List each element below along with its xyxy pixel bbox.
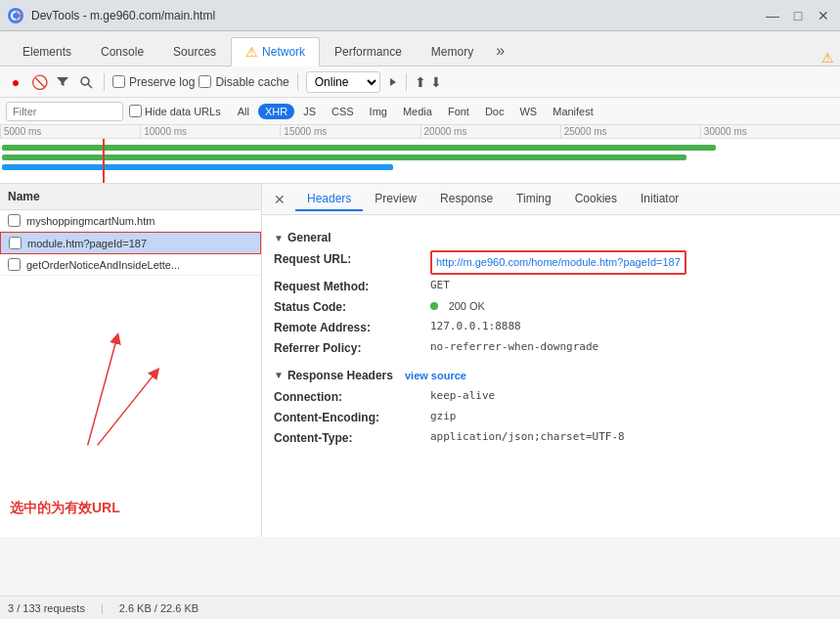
filter-js[interactable]: JS <box>296 104 323 119</box>
transfer-size: 2.6 KB / 22.6 KB <box>119 602 199 614</box>
detail-content: ▼ General Request URL: http://m.ge960.co… <box>262 215 840 458</box>
remote-address-value: 127.0.0.1:8888 <box>430 319 521 336</box>
secondary-toolbar: ● 🚫 Preserve log Disable cache Online Fa… <box>0 66 840 98</box>
tab-memory[interactable]: Memory <box>417 36 488 66</box>
filter-media[interactable]: Media <box>396 104 439 119</box>
status-code-key: Status Code: <box>274 298 430 316</box>
connection-row: Connection: keep-alive <box>274 388 828 406</box>
connection-key: Connection: <box>274 388 430 406</box>
detail-tab-timing[interactable]: Timing <box>505 188 563 211</box>
detail-tab-headers[interactable]: Headers <box>295 188 363 211</box>
main-content: Name myshoppingmcartNum.htm module.htm?p… <box>0 184 840 537</box>
content-type-row: Content-Type: application/json;charset=U… <box>274 429 828 447</box>
status-bar: 3 / 133 requests | 2.6 KB / 22.6 KB <box>0 596 840 619</box>
detail-tabs: ✕ Headers Preview Response Timing Cookie… <box>262 184 840 215</box>
detail-tab-cookies[interactable]: Cookies <box>563 188 629 211</box>
close-button[interactable]: ✕ <box>815 7 832 24</box>
filter-doc[interactable]: Doc <box>478 104 511 119</box>
request-checkbox-1[interactable] <box>8 214 21 227</box>
tab-elements[interactable]: Elements <box>8 36 86 66</box>
request-url-row: Request URL: http://m.ge960.com/home/mod… <box>274 250 828 275</box>
requests-count: 3 / 133 requests <box>8 602 85 614</box>
request-row-3[interactable]: getOrderNoticeAndInsideLette... <box>0 254 261 276</box>
svg-line-7 <box>98 373 156 446</box>
referrer-policy-value: no-referrer-when-downgrade <box>430 339 598 357</box>
filter-font[interactable]: Font <box>441 104 476 119</box>
window-title: DevTools - m.ge960.com/main.html <box>31 9 756 22</box>
response-collapse-triangle[interactable]: ▼ <box>274 370 284 380</box>
timeline-bar-2 <box>2 155 686 160</box>
tab-sources[interactable]: Sources <box>158 36 231 66</box>
export-button[interactable]: ⬇ <box>430 74 442 90</box>
maximize-button[interactable]: □ <box>789 7 807 24</box>
annotation-arrow <box>0 276 261 537</box>
throttle-icon <box>388 77 398 87</box>
filter-img[interactable]: Img <box>363 104 394 119</box>
global-warning-icon: ⚠ <box>821 50 834 66</box>
separator-3 <box>406 73 407 91</box>
filter-css[interactable]: CSS <box>325 104 361 119</box>
preserve-log-checkbox[interactable]: Preserve log <box>112 75 195 89</box>
filter-input[interactable] <box>6 102 123 121</box>
request-url-key: Request URL: <box>274 250 430 275</box>
request-checkbox-3[interactable] <box>8 258 21 271</box>
filter-toggle-button[interactable] <box>53 72 72 92</box>
view-source-link[interactable]: view source <box>405 370 466 381</box>
request-method-value: GET <box>430 278 450 295</box>
response-headers-section-title: ▼ Response Headers view source <box>274 369 828 382</box>
referrer-policy-row: Referrer Policy: no-referrer-when-downgr… <box>274 339 828 357</box>
minimize-button[interactable]: — <box>764 7 781 24</box>
connection-value: keep-alive <box>430 388 495 406</box>
throttle-select[interactable]: Online Fast 3G Slow 3G Offline <box>306 71 380 93</box>
annotation-area: 选中的为有效URL <box>0 276 261 537</box>
detail-tab-response[interactable]: Response <box>428 188 505 211</box>
hide-data-urls-checkbox[interactable]: Hide data URLs <box>129 105 221 117</box>
filter-ws[interactable]: WS <box>512 104 544 119</box>
status-code-row: Status Code: 200 OK <box>274 298 828 316</box>
detail-tab-preview[interactable]: Preview <box>363 188 428 211</box>
clear-button[interactable]: 🚫 <box>29 72 49 92</box>
content-encoding-value: gzip <box>430 409 457 426</box>
request-row-2[interactable]: module.htm?pageId=187 <box>0 232 261 254</box>
content-type-key: Content-Type: <box>274 429 430 447</box>
ruler-mark-5: 25000 ms <box>560 125 700 138</box>
tab-network[interactable]: ⚠ Network <box>231 37 320 66</box>
more-tabs-button[interactable]: » <box>488 36 512 66</box>
filter-all[interactable]: All <box>231 104 256 119</box>
filter-manifest[interactable]: Manifest <box>546 104 600 119</box>
tab-performance[interactable]: Performance <box>320 36 417 66</box>
svg-marker-5 <box>390 78 396 86</box>
timeline-ruler: 5000 ms 10000 ms 15000 ms 20000 ms 25000… <box>0 125 840 139</box>
ruler-mark-2: 10000 ms <box>140 125 280 138</box>
titlebar: DevTools - m.ge960.com/main.html — □ ✕ <box>0 0 840 31</box>
content-encoding-key: Content-Encoding: <box>274 409 430 426</box>
filter-xhr[interactable]: XHR <box>258 104 294 119</box>
timeline-marker <box>103 139 105 184</box>
svg-point-2 <box>13 13 19 19</box>
detail-tab-initiator[interactable]: Initiator <box>629 188 690 211</box>
ruler-mark-3: 15000 ms <box>280 125 420 138</box>
filter-types: All XHR JS CSS Img Media Font Doc WS Man… <box>231 104 600 119</box>
name-column-header: Name <box>0 184 261 210</box>
separator-2 <box>297 73 298 91</box>
referrer-policy-key: Referrer Policy: <box>274 339 430 357</box>
right-panel: ✕ Headers Preview Response Timing Cookie… <box>262 184 840 537</box>
close-detail-button[interactable]: ✕ <box>268 192 291 207</box>
collapse-triangle[interactable]: ▼ <box>274 233 284 243</box>
window-controls: — □ ✕ <box>764 7 832 24</box>
timeline-bar-3 <box>2 164 393 170</box>
content-encoding-row: Content-Encoding: gzip <box>274 409 828 426</box>
main-tabs: Elements Console Sources ⚠ Network Perfo… <box>0 31 840 66</box>
record-button[interactable]: ● <box>6 72 25 92</box>
tab-console[interactable]: Console <box>86 36 158 66</box>
request-row-1[interactable]: myshoppingmcartNum.htm <box>0 210 261 232</box>
ruler-mark-4: 20000 ms <box>420 125 560 138</box>
remote-address-key: Remote Address: <box>274 319 430 336</box>
general-section-title: ▼ General <box>274 231 828 244</box>
ruler-mark-1: 5000 ms <box>0 125 140 138</box>
timeline-bar-1 <box>2 145 716 151</box>
import-button[interactable]: ⬆ <box>415 74 426 90</box>
disable-cache-checkbox[interactable]: Disable cache <box>199 75 288 89</box>
search-button[interactable] <box>76 72 96 92</box>
request-checkbox-2[interactable] <box>9 237 22 249</box>
